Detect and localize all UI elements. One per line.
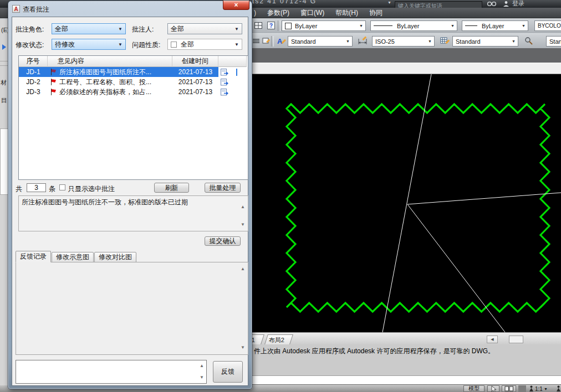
scroll-down-icon[interactable]: ▼ (200, 375, 204, 380)
open-annotation-icon (221, 89, 230, 96)
cursor-toggle-button[interactable] (487, 385, 499, 392)
row-action-cell[interactable] (218, 67, 247, 77)
dim-style-combobox[interactable]: ISO-25 ▼ (372, 36, 435, 47)
menu-item-fragment[interactable]: ) (254, 9, 256, 17)
feedback-input[interactable]: ▲ ▼ (16, 360, 207, 384)
tab-0[interactable]: 反馈记录 (16, 251, 51, 262)
table-row[interactable]: JD-3必须叙述的有关指标表，如占...2021-07-13 (19, 87, 248, 97)
tab-2[interactable]: 修改对比图 (94, 252, 136, 262)
row-date: 2021-07-13 (172, 67, 218, 77)
palette-arrow-icon[interactable] (2, 44, 6, 50)
layers-icon[interactable] (251, 35, 262, 47)
color-combobox[interactable]: ByLayer ▼ (282, 20, 366, 31)
row-action-cell[interactable] (218, 77, 247, 87)
reviewer-combobox[interactable]: 全部 ▼ (167, 23, 242, 34)
menu-item-window[interactable]: 窗口(W) (300, 8, 324, 18)
user-icon[interactable] (502, 1, 510, 7)
column-header-date[interactable]: 创建时间 (172, 56, 218, 67)
search-dropdown-icon[interactable]: ▼ (387, 1, 391, 4)
scroll-left-icon[interactable]: ◀ (487, 336, 498, 343)
plotstyle-value: BYCOLOR (538, 23, 561, 29)
scroll-up-icon[interactable]: ▲ (200, 364, 204, 368)
app-icon: A (12, 5, 20, 13)
svg-text:?: ? (269, 23, 273, 29)
mleader-style-value: Stand (549, 38, 561, 45)
chevron-down-icon: ▼ (115, 42, 125, 47)
dialog-client-area: 批注角色: 全部 ▼ 批注人: 全部 ▼ 修改状态: 待修改 ▼ 问题性质: 全… (12, 17, 248, 386)
annotation-scale-control[interactable]: 1:1 ▼ (529, 385, 548, 392)
dialog-titlebar[interactable]: A 查看批注 × (8, 1, 252, 16)
svg-text:A: A (277, 37, 283, 45)
login-link[interactable]: 登录 (512, 0, 524, 8)
nature-label: 问题性质: (132, 40, 160, 50)
nature-combobox[interactable]: 全部 ▼ (167, 39, 242, 50)
chevron-down-icon: ▼ (426, 39, 434, 43)
binoculars-icon[interactable] (487, 1, 498, 7)
feedback-button[interactable]: 反馈 (213, 361, 243, 383)
table-style-icon[interactable] (439, 35, 450, 47)
annotation-visibility-icon[interactable] (556, 385, 561, 392)
menu-item-help[interactable]: 帮助(H) (335, 8, 358, 18)
dim-style-value: ISO-25 (375, 38, 395, 45)
reviewer-value: 全部 (171, 24, 184, 34)
chevron-down-icon: ▼ (544, 387, 548, 391)
row-date: 2021-07-13 (172, 87, 218, 97)
dialog-title: 查看批注 (23, 5, 49, 14)
palette-label-fragment: 目 (1, 96, 7, 105)
layer-edit-icon[interactable] (261, 35, 272, 47)
scroll-up-icon[interactable]: ▲ (241, 205, 245, 209)
dim-style-icon[interactable] (357, 35, 368, 47)
row-content-cell: 必须叙述的有关指标表，如占... (48, 87, 172, 97)
lineweight-preview-icon (465, 25, 477, 26)
mleader-style-icon[interactable] (523, 35, 534, 47)
lineweight-combobox[interactable]: ByLayer ▼ (462, 20, 528, 31)
row-action-cell[interactable] (218, 87, 247, 97)
text-style-icon[interactable]: A (276, 35, 287, 47)
status-combobox[interactable]: 待修改 ▼ (52, 39, 126, 50)
role-label: 批注角色: (16, 25, 44, 34)
plotstyle-combobox[interactable]: BYCOLOR (534, 20, 561, 31)
infocenter-search-input[interactable]: 键入关键字或短语 (395, 1, 482, 8)
hscroll-thumb[interactable] (509, 336, 523, 343)
scroll-down-icon[interactable]: ▼ (241, 345, 245, 350)
linetype-combobox[interactable]: ByLayer ▼ (370, 20, 457, 31)
close-button[interactable]: × (223, 1, 249, 10)
row-content-cell: 工程号、工程名称、面积、投... (48, 77, 172, 87)
column-header-id[interactable]: 序号 (19, 56, 48, 67)
column-header-actions (218, 56, 247, 67)
toolbar-grip[interactable] (271, 36, 274, 47)
help-icon[interactable]: ? (266, 20, 277, 31)
menu-item-parameters[interactable]: 参数(P) (267, 8, 289, 18)
batch-process-button[interactable]: 批量处理 (205, 183, 241, 193)
model-space-button[interactable]: 模型 (463, 385, 484, 392)
table-row[interactable]: JD-2工程号、工程名称、面积、投...2021-07-13 (19, 77, 248, 87)
menu-item-collaborate[interactable]: 协同 (369, 8, 382, 18)
role-combobox[interactable]: 全部 ▼ (52, 23, 126, 34)
quick-view-layouts-button[interactable] (502, 385, 516, 392)
text-style-combobox[interactable]: Standard ▼ (288, 36, 353, 47)
refresh-button[interactable]: 刷新 (154, 183, 189, 193)
grid-icon[interactable] (253, 20, 264, 31)
tab-layout2[interactable]: 布局2 (264, 334, 293, 344)
lineweight-value: ByLayer (482, 23, 504, 29)
table-row[interactable]: JD-1所注标准图图号与图纸所注不...2021-07-13 (19, 67, 248, 77)
table-style-combobox[interactable]: Standard ▼ (452, 36, 518, 47)
linetype-preview-icon (374, 25, 392, 26)
status-label: 修改状态: (16, 40, 44, 50)
reviewer-label: 批注人: (132, 25, 154, 34)
table-body: JD-1所注标准图图号与图纸所注不...2021-07-13JD-2工程号、工程… (19, 67, 248, 97)
only-selected-checkbox[interactable] (59, 184, 65, 190)
scroll-up-icon[interactable]: ▲ (241, 267, 245, 271)
scroll-down-icon[interactable]: ▼ (241, 223, 245, 227)
toolbar-grip[interactable] (278, 20, 280, 31)
view-annotations-dialog: A 查看批注 × 批注角色: 全部 ▼ 批注人: 全部 ▼ 修改状态: 待修改 … (8, 1, 252, 389)
nature-checkbox[interactable] (171, 42, 177, 48)
submit-confirm-button[interactable]: 提交确认 (205, 236, 241, 246)
row-id: JD-3 (19, 87, 48, 97)
count-field: 3 (27, 183, 46, 192)
mleader-style-combobox[interactable]: Stand (546, 36, 561, 47)
column-header-content[interactable]: 意见内容 (48, 56, 172, 67)
chevron-down-icon: ▼ (509, 39, 518, 43)
annotation-detail-text: 所注标准图图号与图纸所注不一致，标准图的版本已过期 (22, 198, 188, 206)
tab-1[interactable]: 修改示意图 (52, 252, 94, 262)
